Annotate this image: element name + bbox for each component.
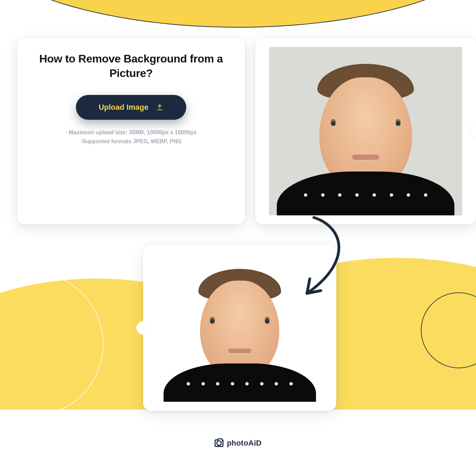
before-photo [269,47,462,215]
upload-icon [156,104,163,111]
after-image-card [143,245,336,411]
tablet-home-button [136,321,150,335]
after-photo [157,254,323,402]
brand-text-bold: AiD [248,439,262,447]
page-headline: How to Remove Background from a Picture? [34,52,228,80]
tablet-home-button [469,124,476,138]
camera-icon [215,439,224,447]
hint-max-size: · Maximum upload size: 30MB, 10000px x 1… [34,128,228,137]
upload-button-label: Upload Image [99,103,148,112]
bg-arc-top [0,0,476,28]
upload-image-button[interactable]: Upload Image [76,95,186,120]
hint-formats: ·Supported formats JPEG, WEBP, PNG [34,137,228,146]
footer-brand: photoAiD [0,439,476,448]
brand-text-light: photo [227,439,248,447]
before-image-card [255,38,476,224]
instructions-card: How to Remove Background from a Picture?… [17,38,245,224]
bg-bottom-band [0,410,476,458]
